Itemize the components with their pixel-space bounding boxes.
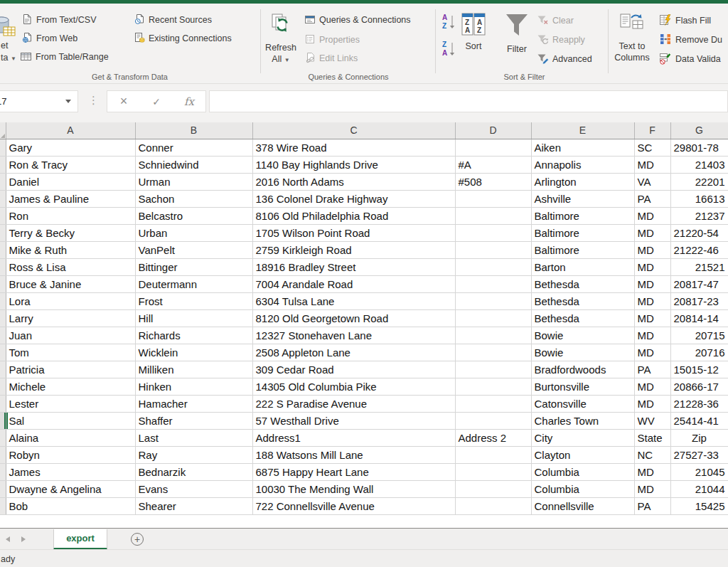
row-header[interactable] <box>0 344 6 361</box>
cell[interactable]: Juan <box>6 327 135 344</box>
cell[interactable]: 20817-47 <box>670 275 728 292</box>
cell[interactable]: 57 Westhall Drive <box>252 412 455 429</box>
cell[interactable]: 18916 Bradley Street <box>252 258 455 275</box>
row-header[interactable] <box>0 497 6 514</box>
column-header-f[interactable]: F <box>634 122 670 139</box>
cell[interactable]: 2016 North Adams <box>252 173 455 190</box>
recent-sources-button[interactable]: Recent Sources <box>134 12 212 28</box>
cell[interactable]: Evans <box>135 480 252 497</box>
sort-button[interactable]: Z A A Z Sort <box>456 12 491 52</box>
cell[interactable]: City <box>531 429 634 446</box>
from-text-csv-button[interactable]: From Text/CSV <box>21 12 97 28</box>
cell[interactable]: Ashville <box>531 190 634 207</box>
row-header[interactable] <box>0 224 6 241</box>
cell[interactable] <box>455 412 531 429</box>
cell[interactable]: 1705 Wilson Point Road <box>252 224 455 241</box>
cell[interactable] <box>455 446 531 463</box>
cell[interactable] <box>455 224 531 241</box>
cell[interactable] <box>455 378 531 395</box>
row-header[interactable] <box>0 446 6 463</box>
cell[interactable]: Schniedwind <box>135 156 252 173</box>
cell[interactable]: PA <box>634 361 670 378</box>
cell[interactable]: MD <box>634 156 670 173</box>
cell[interactable]: Baltimore <box>531 241 634 258</box>
cell[interactable]: VanPelt <box>135 241 252 258</box>
from-table-range-button[interactable]: From Table/Range <box>20 49 109 65</box>
cell[interactable]: Alaina <box>6 429 135 446</box>
cell[interactable]: Larry <box>6 309 135 327</box>
cell[interactable]: 722 Connellsville Avenue <box>252 497 455 514</box>
cell[interactable]: Zip <box>670 429 728 446</box>
cell[interactable]: Bowie <box>531 344 634 361</box>
new-sheet-icon[interactable]: + <box>131 533 144 546</box>
cell[interactable]: NC <box>634 446 670 463</box>
cell[interactable]: Hinken <box>135 378 252 395</box>
cell[interactable]: 7004 Arandale Road <box>252 275 455 292</box>
cell[interactable]: 2508 Appleton Lane <box>252 344 455 361</box>
cell[interactable]: Sachon <box>135 190 252 207</box>
cell[interactable]: Catonsville <box>531 395 634 412</box>
previous-sheet-icon[interactable] <box>6 536 10 542</box>
cell[interactable] <box>455 344 531 361</box>
cell[interactable]: Ron & Tracy <box>6 156 135 173</box>
row-header[interactable] <box>0 480 6 497</box>
cell[interactable]: Patricia <box>6 361 135 378</box>
cell[interactable]: Shearer <box>135 497 252 514</box>
cell[interactable]: Bittinger <box>135 258 252 275</box>
row-header[interactable] <box>0 241 6 258</box>
cell[interactable] <box>455 395 531 412</box>
cell[interactable]: 14305 Old Columbia Pike <box>252 378 455 395</box>
cell[interactable]: 2759 Kirkleigh Road <box>252 241 455 258</box>
row-header[interactable] <box>0 275 6 292</box>
row-header[interactable] <box>0 173 6 190</box>
cell[interactable]: 21044 <box>670 480 728 497</box>
cell[interactable]: 21228-36 <box>670 395 728 412</box>
column-header-b[interactable]: B <box>135 122 252 139</box>
get-data-label-fragment-1[interactable]: et <box>1 41 8 51</box>
cell[interactable]: 21220-54 <box>670 224 728 241</box>
cell[interactable]: MD <box>634 395 670 412</box>
cell[interactable] <box>455 292 531 309</box>
row-header[interactable] <box>0 327 6 344</box>
cell[interactable]: 20866-17 <box>670 378 728 395</box>
cell[interactable]: Tom <box>6 344 135 361</box>
cell[interactable]: MD <box>634 258 670 275</box>
row-header[interactable] <box>0 429 6 446</box>
cell[interactable]: MD <box>634 327 670 344</box>
cell[interactable]: 16613 <box>670 190 728 207</box>
cell[interactable] <box>455 361 531 378</box>
cell[interactable]: #508 <box>455 173 531 190</box>
cell[interactable]: Robyn <box>6 446 135 463</box>
cell[interactable]: Hill <box>135 309 252 327</box>
cell[interactable]: 222 S Paradise Avenue <box>252 395 455 412</box>
cell[interactable]: Urban <box>135 224 252 241</box>
cell[interactable]: James <box>6 463 135 480</box>
cell[interactable]: 136 Colonel Drake Highway <box>252 190 455 207</box>
cell[interactable]: Bob <box>6 497 135 514</box>
cell[interactable]: Bednarzik <box>135 463 252 480</box>
data-validation-button[interactable]: Data Valida <box>659 51 721 67</box>
enter-check-icon[interactable]: ✓ <box>140 96 173 107</box>
cell[interactable]: 8106 Old Philadelphia Road <box>252 207 455 224</box>
remove-duplicates-button[interactable]: Remove Du <box>659 32 722 48</box>
row-header[interactable] <box>0 309 6 327</box>
sort-descending-button[interactable]: Z A <box>441 41 456 57</box>
cell[interactable]: Richards <box>135 327 252 344</box>
cell[interactable]: Arlington <box>531 173 634 190</box>
cell[interactable]: Ron <box>6 207 135 224</box>
cell[interactable]: Ray <box>135 446 252 463</box>
cell[interactable]: WV <box>634 412 670 429</box>
properties-button[interactable]: Properties <box>304 32 360 48</box>
column-header-g[interactable]: G <box>670 122 728 139</box>
cell[interactable]: 25414-41 <box>670 412 728 429</box>
cell[interactable]: Shaffer <box>135 412 252 429</box>
cell[interactable] <box>455 139 531 156</box>
row-header[interactable] <box>0 139 6 156</box>
cell[interactable]: Clayton <box>531 446 634 463</box>
cell[interactable]: 29801-78 <box>670 139 728 156</box>
cell[interactable]: Burtonsville <box>531 378 634 395</box>
cell[interactable]: PA <box>634 190 670 207</box>
cell[interactable]: Belcastro <box>135 207 252 224</box>
cell[interactable]: Sal <box>6 412 135 429</box>
column-header-e[interactable]: E <box>531 122 634 139</box>
